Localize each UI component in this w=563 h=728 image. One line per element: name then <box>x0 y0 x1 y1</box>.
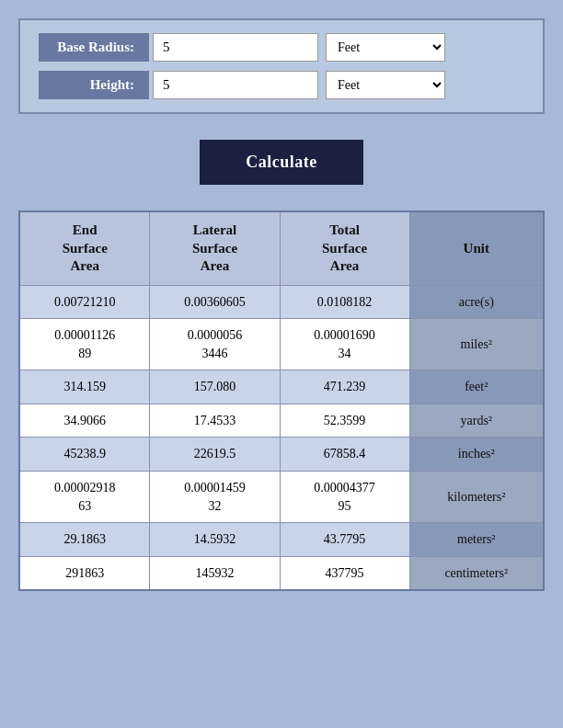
results-table: EndSurfaceArea LateralSurfaceArea TotalS… <box>18 210 545 591</box>
cell-total-6: 43.7795 <box>280 523 409 557</box>
cell-total-3: 52.3599 <box>280 404 409 438</box>
height-input[interactable] <box>153 71 318 99</box>
base-radius-label: Base Radius: <box>39 33 149 62</box>
input-section: Base Radius: Feet Inches Yards Miles Met… <box>18 18 545 114</box>
cell-total-7: 437795 <box>280 556 409 590</box>
cell-unit-2: feet² <box>409 370 544 404</box>
cell-lateral-7: 145932 <box>150 556 280 590</box>
cell-end-5: 0.0000291863 <box>19 472 150 523</box>
main-container: Base Radius: Feet Inches Yards Miles Met… <box>18 18 545 591</box>
height-row: Height: Feet Inches Yards Miles Meters C… <box>39 71 524 99</box>
cell-end-2: 314.159 <box>19 370 150 404</box>
cell-end-4: 45238.9 <box>19 438 150 472</box>
table-row: 29.186314.593243.7795meters² <box>19 523 544 557</box>
base-radius-unit-select[interactable]: Feet Inches Yards Miles Meters Centimete… <box>326 33 445 62</box>
cell-total-4: 67858.4 <box>280 438 409 472</box>
table-row: 314.159157.080471.239feet² <box>19 370 544 404</box>
cell-unit-3: yards² <box>409 404 544 438</box>
table-row: 0.00002918630.00001459320.0000437795kilo… <box>19 472 544 523</box>
cell-unit-0: acre(s) <box>409 285 544 319</box>
cell-unit-4: inches² <box>409 438 544 472</box>
col-header-lateral-surface-area: LateralSurfaceArea <box>150 211 280 285</box>
base-radius-row: Base Radius: Feet Inches Yards Miles Met… <box>39 33 524 62</box>
cell-end-3: 34.9066 <box>19 404 150 438</box>
table-row: 45238.922619.567858.4inches² <box>19 438 544 472</box>
cell-total-1: 0.0000169034 <box>280 319 409 370</box>
cell-end-1: 0.0000112689 <box>19 319 150 370</box>
height-unit-select[interactable]: Feet Inches Yards Miles Meters Centimete… <box>326 71 445 99</box>
cell-lateral-0: 0.00360605 <box>150 285 280 319</box>
cell-lateral-1: 0.00000563446 <box>150 319 280 370</box>
cell-end-6: 29.1863 <box>19 523 150 557</box>
cell-lateral-5: 0.0000145932 <box>150 472 280 523</box>
height-label: Height: <box>39 71 149 99</box>
cell-end-7: 291863 <box>19 556 150 590</box>
table-row: 0.00001126890.000005634460.0000169034mil… <box>19 319 544 370</box>
calculate-button[interactable]: Calculate <box>200 140 362 185</box>
cell-unit-6: meters² <box>409 523 544 557</box>
cell-total-5: 0.0000437795 <box>280 472 409 523</box>
col-header-unit: Unit <box>409 211 544 285</box>
col-header-end-surface-area: EndSurfaceArea <box>19 211 150 285</box>
table-row: 34.906617.453352.3599yards² <box>19 404 544 438</box>
cell-lateral-4: 22619.5 <box>150 438 280 472</box>
calculate-button-wrapper: Calculate <box>18 140 545 185</box>
table-row: 0.007212100.003606050.0108182acre(s) <box>19 285 544 319</box>
table-header-row: EndSurfaceArea LateralSurfaceArea TotalS… <box>19 211 544 285</box>
cell-unit-1: miles² <box>409 319 544 370</box>
cell-lateral-3: 17.4533 <box>150 404 280 438</box>
cell-total-0: 0.0108182 <box>280 285 409 319</box>
cell-lateral-6: 14.5932 <box>150 523 280 557</box>
col-header-total-surface-area: TotalSurfaceArea <box>280 211 409 285</box>
cell-end-0: 0.00721210 <box>19 285 150 319</box>
cell-lateral-2: 157.080 <box>150 370 280 404</box>
table-row: 291863145932437795centimeters² <box>19 556 544 590</box>
cell-total-2: 471.239 <box>280 370 409 404</box>
cell-unit-7: centimeters² <box>409 556 544 590</box>
base-radius-input[interactable] <box>153 33 318 62</box>
cell-unit-5: kilometers² <box>409 472 544 523</box>
